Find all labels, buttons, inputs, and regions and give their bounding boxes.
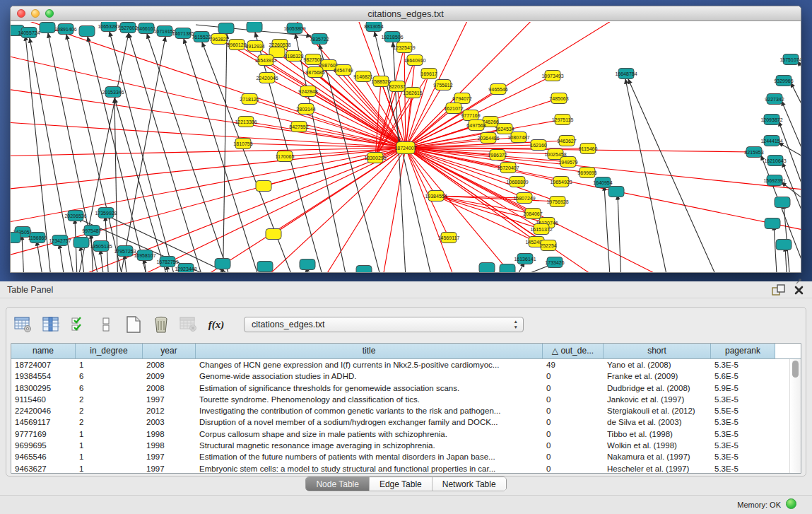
graph-node[interactable]: 16782759: [156, 257, 178, 267]
table-vertical-scrollbar[interactable]: [789, 359, 801, 473]
graph-node[interactable]: 9115460: [579, 144, 598, 154]
cell-short[interactable]: Tibbo et al. (1998): [604, 428, 711, 440]
network-desktop[interactable]: citations_edges.txt 18724007140557242089…: [0, 0, 812, 281]
cell-title[interactable]: Tourette syndrome. Phenomenology and cla…: [196, 394, 543, 405]
graph-node[interactable]: 10807487: [507, 132, 529, 143]
graph-node[interactable]: [300, 259, 315, 270]
cell-outde[interactable]: 49: [543, 359, 604, 370]
cell-title[interactable]: Genome-wide association studies in ADHD.: [196, 370, 543, 382]
column-header-year[interactable]: year: [143, 344, 196, 358]
graph-node[interactable]: 15692391: [763, 175, 785, 186]
cell-pagerank[interactable]: 5.9E-5: [711, 382, 775, 394]
network-canvas[interactable]: 1872400714055724208914061065328715276026…: [11, 22, 801, 273]
graph-node[interactable]: 8912934: [245, 41, 264, 52]
table-row[interactable]: 946554611997Estimation of the future num…: [11, 451, 789, 462]
graph-node[interactable]: 8813054: [364, 22, 383, 32]
graph-node[interactable]: 12923448: [175, 264, 196, 274]
cell-pagerank[interactable]: 5.3E-5: [711, 416, 775, 428]
cell-name[interactable]: 19384554: [11, 370, 76, 382]
graph-node[interactable]: [500, 264, 515, 274]
graph-node[interactable]: 2084067: [523, 209, 542, 219]
cell-title[interactable]: Estimation of significance thresholds fo…: [196, 382, 543, 394]
graph-node[interactable]: [40, 23, 55, 33]
black-edge[interactable]: [185, 272, 189, 273]
graph-node[interactable]: [356, 266, 372, 274]
graph-node[interactable]: 10653287: [98, 22, 119, 32]
cell-outde[interactable]: 0: [543, 394, 604, 405]
cell-outde[interactable]: 0: [543, 463, 604, 473]
table-panel-titlebar[interactable]: Table Panel: [0, 281, 812, 298]
black-edge[interactable]: [761, 156, 801, 273]
graph-node[interactable]: 17359928: [95, 208, 117, 218]
cell-outde[interactable]: 0: [543, 416, 604, 428]
cell-indegree[interactable]: 1: [76, 359, 143, 370]
black-edge[interactable]: [114, 98, 118, 273]
graph-node[interactable]: [266, 229, 281, 240]
graph-node[interactable]: 10973493: [541, 71, 563, 81]
graph-node[interactable]: 8215953: [744, 147, 763, 158]
cell-year[interactable]: 1998: [143, 440, 196, 451]
graph-node[interactable]: 9329966: [774, 76, 793, 86]
cell-short[interactable]: Wolkin et al. (1998): [604, 440, 711, 451]
graph-node[interactable]: 15751074: [779, 54, 801, 65]
graph-node[interactable]: 18724007: [394, 142, 416, 154]
graph-node[interactable]: 9755812: [433, 80, 452, 90]
cell-pagerank[interactable]: 5.5E-5: [711, 405, 775, 416]
table-row[interactable]: 969969511998Structural magnetic resonanc…: [11, 440, 789, 451]
column-header-outde[interactable]: △ out_de...: [543, 344, 604, 358]
cell-indegree[interactable]: 1: [76, 440, 143, 451]
graph-node[interactable]: 18300295: [364, 153, 386, 163]
black-edge[interactable]: [117, 37, 165, 273]
table-row[interactable]: 946362711997Embryonic stem cells: a mode…: [11, 463, 789, 473]
graph-node[interactable]: [775, 197, 790, 208]
graph-node[interactable]: 14055724: [18, 28, 40, 38]
cell-year[interactable]: 2008: [143, 359, 196, 370]
graph-node[interactable]: [79, 26, 95, 37]
cell-year[interactable]: 2012: [143, 405, 196, 416]
cell-outde[interactable]: 0: [543, 370, 604, 382]
graph-node[interactable]: 10688809: [506, 177, 528, 187]
cell-short[interactable]: Jankovic et al. (1997): [604, 394, 711, 405]
graph-node[interactable]: 9975487: [82, 226, 101, 236]
graph-node[interactable]: 20206536: [64, 211, 86, 221]
network-window-titlebar[interactable]: citations_edges.txt: [11, 6, 801, 21]
cell-title[interactable]: Investigating the contribution of common…: [196, 405, 543, 416]
column-header-title[interactable]: title: [196, 344, 543, 358]
cell-outde[interactable]: 0: [543, 451, 604, 462]
cell-indegree[interactable]: 2: [76, 394, 143, 405]
cell-pagerank[interactable]: 5.3E-5: [711, 451, 775, 462]
graph-node[interactable]: [215, 259, 230, 269]
cell-short[interactable]: Yano et al. (2008): [604, 359, 711, 370]
cell-title[interactable]: Corpus callosum shape and size in male p…: [196, 428, 543, 440]
cell-name[interactable]: 9463627: [11, 463, 76, 473]
float-panel-icon[interactable]: [772, 284, 786, 296]
black-edge[interactable]: [223, 34, 227, 273]
graph-node[interactable]: 1949579: [558, 157, 577, 168]
graph-node[interactable]: 6497568: [466, 120, 486, 131]
cell-title[interactable]: Changes of HCN gene expression and I(f) …: [196, 359, 543, 370]
citation-network-graph[interactable]: 1872400714055724208914061065328715276026…: [11, 22, 801, 273]
graph-node[interactable]: 162160: [530, 140, 546, 151]
black-edge[interactable]: [784, 204, 792, 273]
tab-edge-table[interactable]: Edge Table: [370, 477, 433, 491]
graph-node[interactable]: 19218506: [381, 32, 403, 42]
red-edge[interactable]: [11, 148, 406, 262]
graph-node[interactable]: 9777169: [461, 110, 480, 121]
cell-pagerank[interactable]: 5.3E-5: [711, 394, 775, 405]
graph-node[interactable]: 14671385: [172, 28, 194, 39]
graph-node[interactable]: 9699695: [577, 168, 596, 178]
graph-node[interactable]: 8454749: [334, 65, 353, 76]
cell-name[interactable]: 9465546: [11, 451, 76, 462]
table-row[interactable]: 977716911998Corpus callosum shape and si…: [11, 428, 789, 440]
graph-node[interactable]: 1621072: [444, 103, 463, 114]
cell-name[interactable]: 9115460: [11, 394, 76, 405]
cell-name[interactable]: 18300295: [11, 382, 76, 394]
cell-short[interactable]: Hescheler et al. (1997): [604, 463, 711, 473]
cell-year[interactable]: 1997: [143, 394, 196, 405]
graph-node[interactable]: 3624534: [495, 124, 514, 134]
graph-node[interactable]: 19654923: [550, 177, 572, 187]
graph-node[interactable]: 16958107: [134, 250, 155, 261]
cell-short[interactable]: Nakamura et al. (1997): [604, 451, 711, 462]
cell-name[interactable]: 18724007: [11, 359, 76, 370]
cell-pagerank[interactable]: 5.3E-5: [711, 359, 775, 370]
